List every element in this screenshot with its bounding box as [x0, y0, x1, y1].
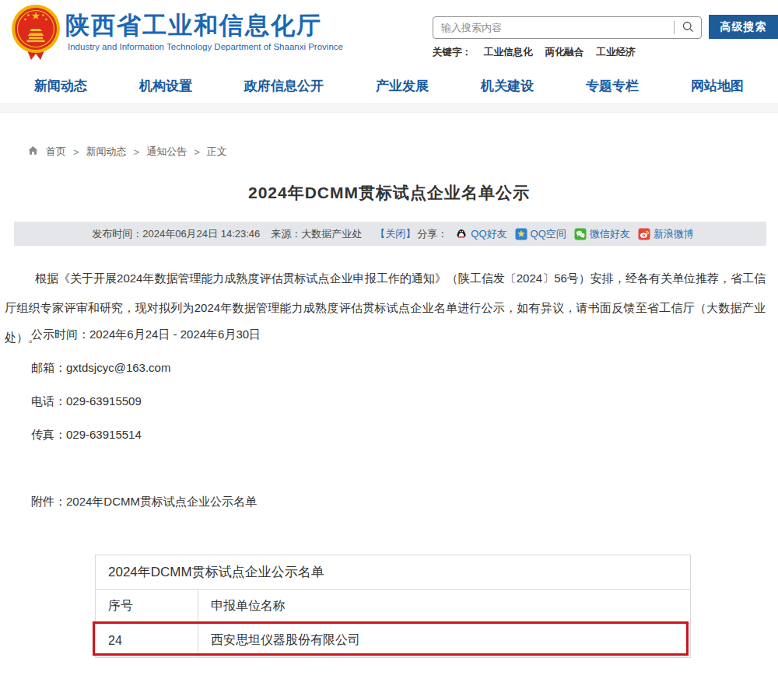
breadcrumb-news[interactable]: 新闻动态 — [86, 145, 127, 159]
email-value: gxtdsjcyc@163.com — [66, 361, 170, 374]
search-icon — [682, 20, 695, 36]
weibo-icon — [638, 228, 650, 240]
phone-value: 029-63915509 — [66, 394, 142, 408]
table-header-company: 申报单位名称 — [198, 590, 691, 624]
email-line: 邮箱：gxtdsjcyc@163.com — [31, 361, 170, 376]
table-header-row: 序号 申报单位名称 — [96, 590, 691, 624]
row-number-cell: 24 — [96, 624, 198, 658]
search-button[interactable] — [675, 17, 701, 38]
search-box — [433, 16, 702, 39]
qq-icon — [455, 228, 468, 240]
breadcrumb-home[interactable]: 首页 — [46, 145, 66, 159]
publicity-period-line: 公示时间：2024年6月24日 - 2024年6月30日 — [31, 327, 261, 342]
phone-label: 电话： — [31, 394, 66, 408]
national-emblem-logo — [9, 3, 62, 62]
breadcrumb-separator: > — [73, 146, 79, 158]
attachment-line: 附件：2024年DCMM贯标试点企业公示名单 — [31, 495, 257, 509]
email-label: 邮箱： — [31, 361, 66, 374]
share-weibo[interactable]: 新浪微博 — [638, 227, 694, 241]
phone-line: 电话：029-63915509 — [31, 394, 142, 409]
breadcrumb: 首页 > 新闻动态 > 通知公告 > 正文 — [27, 145, 227, 159]
site-title: 陕西省工业和信息化厅 — [65, 9, 322, 42]
article-source: 来源：大数据产业处 — [271, 227, 362, 241]
share-qq-label: QQ好友 — [471, 227, 506, 241]
nav-item-agency[interactable]: 机关建设 — [481, 77, 534, 95]
fax-line: 传真：029-63915514 — [31, 428, 142, 443]
share-label: 分享： — [417, 227, 447, 241]
table-caption-row: 2024年DCMM贯标试点企业公示名单 — [96, 555, 691, 590]
company-list-table: 2024年DCMM贯标试点企业公示名单 序号 申报单位名称 24 西安思坦仪器股… — [95, 555, 691, 658]
nav-item-organization[interactable]: 机构设置 — [139, 77, 192, 95]
share-wechat[interactable]: 微信好友 — [574, 227, 630, 241]
site-header: 陕西省工业和信息化厅 Industry and Information Tech… — [0, 0, 778, 68]
qzone-icon — [515, 228, 527, 240]
share-weibo-label: 新浪微博 — [654, 227, 694, 241]
share-wechat-label: 微信好友 — [590, 227, 630, 241]
share-qzone-label: QQ空间 — [531, 227, 566, 241]
table-caption: 2024年DCMM贯标试点企业公示名单 — [96, 555, 691, 590]
nav-item-gov-info[interactable]: 政府信息公开 — [244, 77, 324, 95]
search-input[interactable] — [433, 22, 674, 33]
breadcrumb-notices[interactable]: 通知公告 — [146, 145, 187, 159]
close-link[interactable]: 【关闭】 — [375, 227, 415, 241]
site-subtitle: Industry and Information Technology Depa… — [68, 42, 343, 51]
table-header-no: 序号 — [96, 590, 198, 624]
publish-time: 发布时间：2024年06月24日 14:23:46 — [92, 227, 260, 241]
attachment-name[interactable]: 2024年DCMM贯标试点企业公示名单 — [66, 495, 257, 508]
attachment-label: 附件： — [31, 495, 66, 508]
home-icon[interactable] — [27, 145, 39, 159]
nav-item-industry[interactable]: 产业发展 — [376, 77, 429, 95]
company-name-cell: 西安思坦仪器股份有限公司 — [198, 624, 691, 658]
article-meta-bar: 发布时间：2024年06月24日 14:23:46 来源：大数据产业处 【关闭】… — [14, 222, 766, 246]
breadcrumb-current: 正文 — [207, 145, 227, 159]
share-qzone[interactable]: QQ空间 — [515, 227, 566, 241]
fax-label: 传真： — [31, 428, 66, 441]
keyword-link[interactable]: 两化融合 — [545, 46, 584, 59]
page: 陕西省工业和信息化厅 Industry and Information Tech… — [0, 0, 778, 700]
main-nav: 新闻动态 机构设置 政府信息公开 产业发展 机关建设 专题专栏 网站地图 — [0, 68, 778, 103]
publicity-period-value: 2024年6月24日 - 2024年6月30日 — [89, 327, 261, 341]
search-keywords: 关键字： 工业信息化 两化融合 工业经济 — [433, 46, 636, 59]
wechat-icon — [574, 228, 587, 240]
breadcrumb-separator: > — [194, 146, 200, 158]
table-row: 24 西安思坦仪器股份有限公司 — [96, 624, 691, 658]
keyword-link[interactable]: 工业信息化 — [484, 46, 533, 59]
nav-item-special[interactable]: 专题专栏 — [586, 77, 639, 95]
nav-item-news[interactable]: 新闻动态 — [34, 77, 87, 95]
article-title: 2024年DCMM贯标试点企业名单公示 — [0, 182, 778, 204]
keywords-label: 关键字： — [433, 46, 471, 59]
breadcrumb-separator: > — [134, 146, 140, 158]
nav-divider-strip — [0, 103, 778, 113]
advanced-search-button[interactable]: 高级搜索 — [709, 15, 778, 39]
nav-item-sitemap[interactable]: 网站地图 — [691, 77, 744, 95]
share-qq[interactable]: QQ好友 — [455, 227, 506, 241]
keyword-link[interactable]: 工业经济 — [597, 46, 636, 59]
fax-value: 029-63915514 — [66, 428, 142, 441]
publicity-period-label: 公示时间： — [31, 327, 89, 341]
